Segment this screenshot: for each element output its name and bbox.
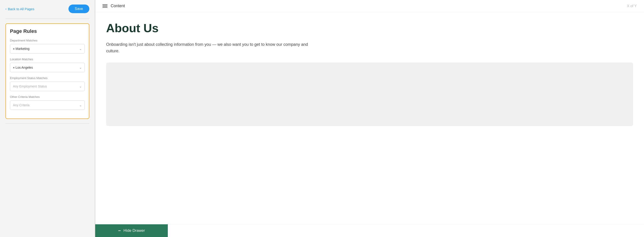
other-criteria-chevron-down-icon: ⌄ [79, 103, 82, 107]
employment-status-label: Employment Status Matches [10, 76, 85, 80]
page-body: About Us Onboarding isn't just about col… [95, 12, 644, 224]
content-label: Content [111, 4, 125, 8]
content-placeholder [106, 62, 633, 126]
department-label: Department Matches [10, 39, 85, 42]
back-to-all-pages-link[interactable]: ‹ Back to All Pages [6, 7, 34, 11]
minus-icon: − [118, 229, 121, 233]
employment-status-chevron-down-icon: ⌄ [79, 84, 82, 88]
pagination-label: X of Y [627, 4, 637, 8]
department-tag: × Marketing [13, 47, 30, 50]
hamburger-line-3 [102, 7, 108, 8]
location-section: Location Matches × Los Angeles ⌄ [10, 57, 85, 72]
hide-drawer-button[interactable]: − Hide Drawer [95, 224, 168, 237]
department-section: Department Matches × Marketing ⌄ [10, 39, 85, 53]
content-nav[interactable]: Content [102, 4, 125, 8]
employment-status-select-inner: Any Employment Status [13, 84, 78, 88]
sidebar-header: ‹ Back to All Pages Save [6, 4, 89, 13]
location-chevron-down-icon: ⌄ [79, 66, 82, 69]
footer-divider [6, 123, 89, 124]
employment-status-select[interactable]: Any Employment Status ⌄ [10, 82, 85, 91]
location-select[interactable]: × Los Angeles ⌄ [10, 63, 85, 72]
other-criteria-label: Other Criteria Matches [10, 95, 85, 99]
location-tag-remove[interactable]: × [13, 66, 15, 69]
top-bar: Content X of Y [95, 0, 644, 12]
department-tag-value: Marketing [16, 47, 30, 50]
employment-status-placeholder: Any Employment Status [13, 84, 47, 88]
employment-status-section: Employment Status Matches Any Employment… [10, 76, 85, 91]
department-tag-remove[interactable]: × [13, 47, 15, 50]
other-criteria-select-inner: Any Criteria [13, 103, 78, 107]
hamburger-line-1 [102, 4, 108, 5]
other-criteria-select[interactable]: Any Criteria ⌄ [10, 100, 85, 110]
location-tag-value: Los Angeles [16, 66, 33, 69]
location-tag: × Los Angeles [13, 66, 33, 69]
page-title: About Us [106, 21, 633, 35]
location-label: Location Matches [10, 57, 85, 61]
department-select-inner: × Marketing [13, 47, 78, 50]
bottom-bar: − Hide Drawer [95, 224, 644, 237]
department-select[interactable]: × Marketing ⌄ [10, 44, 85, 53]
other-criteria-section: Other Criteria Matches Any Criteria ⌄ [10, 95, 85, 110]
chevron-left-icon: ‹ [6, 7, 6, 11]
header-divider [6, 18, 89, 19]
save-button[interactable]: Save [68, 4, 89, 13]
other-criteria-placeholder: Any Criteria [13, 103, 30, 107]
back-link-label: Back to All Pages [8, 7, 34, 11]
page-rules-title: Page Rules [10, 28, 85, 34]
page-description: Onboarding isn't just about collecting i… [106, 41, 310, 54]
hamburger-line-2 [102, 6, 108, 6]
location-select-inner: × Los Angeles [13, 66, 78, 69]
department-chevron-down-icon: ⌄ [79, 47, 82, 50]
hide-drawer-label: Hide Drawer [124, 229, 145, 233]
main-content: Content X of Y About Us Onboarding isn't… [95, 0, 644, 237]
page-rules-box: Page Rules Department Matches × Marketin… [6, 23, 89, 119]
sidebar: ‹ Back to All Pages Save Page Rules Depa… [0, 0, 95, 237]
hamburger-icon [102, 4, 108, 8]
